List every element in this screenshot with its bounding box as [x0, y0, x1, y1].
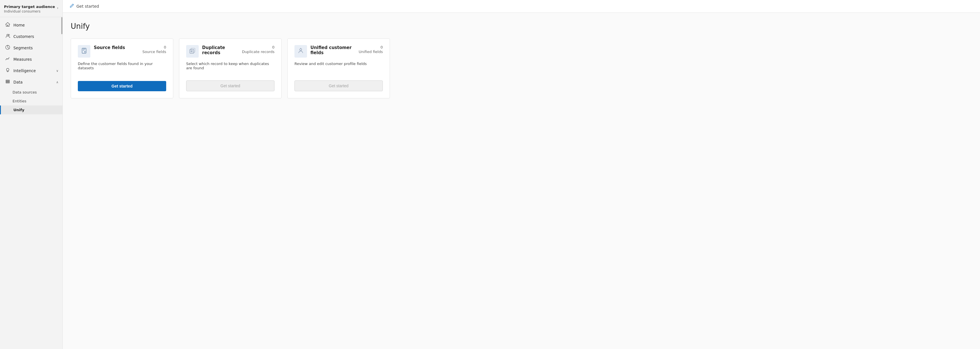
source-fields-get-started-button[interactable]: Get started [78, 81, 166, 91]
unified-customer-fields-get-started-button[interactable]: Get started [294, 80, 383, 91]
main-content: Get started Unify [63, 0, 980, 349]
card-unified-customer-fields: Unified customer fields 0 Unified fields… [287, 38, 390, 98]
sidebar: Primary target audience Individual consu… [0, 0, 63, 349]
sidebar-subitem-data-sources[interactable]: Data sources [0, 88, 62, 97]
sidebar-subitem-unify[interactable]: Unify [0, 105, 62, 114]
sidebar-item-segments-label: Segments [13, 46, 59, 50]
intelligence-chevron-icon: ∨ [56, 69, 59, 73]
duplicate-records-get-started-button[interactable]: Get started [186, 80, 275, 91]
sidebar-item-segments[interactable]: Segments [0, 42, 62, 54]
segments-icon [5, 45, 11, 51]
intelligence-icon [5, 68, 11, 74]
sidebar-item-customers-label: Customers [13, 34, 59, 39]
unified-customer-fields-icon [297, 47, 304, 56]
sidebar-item-data[interactable]: Data ∧ [0, 76, 62, 88]
card-duplicate-records-count-area: 0 Duplicate records [242, 45, 275, 54]
card-duplicate-records-title: Duplicate records [202, 45, 242, 55]
sidebar-item-home-label: Home [13, 23, 59, 27]
card-source-fields-description: Define the customer fields found in your… [78, 62, 166, 76]
sidebar-item-measures[interactable]: Measures [0, 54, 62, 65]
card-unified-customer-fields-title: Unified customer fields [310, 45, 359, 55]
card-source-fields-title: Source fields [94, 45, 142, 50]
card-unified-customer-fields-header: Unified customer fields 0 Unified fields [294, 45, 383, 57]
source-fields-icon-wrap [78, 45, 91, 57]
card-unified-customer-fields-footer: Get started [294, 80, 383, 91]
top-bar-label: Get started [76, 4, 99, 8]
svg-rect-7 [6, 83, 10, 83]
card-duplicate-records-title-area: Duplicate records [202, 45, 242, 55]
measures-icon [5, 56, 11, 62]
card-duplicate-records-description: Select which record to keep when duplica… [186, 62, 275, 76]
sidebar-item-measures-label: Measures [13, 57, 59, 62]
card-unified-customer-fields-count: 0 [359, 45, 383, 49]
cards-row: Source fields 0 Source fields Define the… [71, 38, 972, 98]
sidebar-subitem-entities[interactable]: Entities [0, 97, 62, 105]
card-source-fields-count-label: Source fields [142, 49, 166, 54]
data-icon [5, 79, 11, 85]
card-source-fields-count: 0 [142, 45, 166, 49]
card-source-fields: Source fields 0 Source fields Define the… [71, 38, 173, 98]
svg-point-12 [300, 48, 302, 51]
duplicate-records-icon-wrap [186, 45, 199, 57]
card-source-fields-header: Source fields 0 Source fields [78, 45, 166, 57]
card-unified-customer-fields-title-area: Unified customer fields [310, 45, 359, 55]
sidebar-subitem-data-sources-label: Data sources [13, 90, 37, 94]
card-duplicate-records-count: 0 [242, 45, 275, 49]
sidebar-item-home[interactable]: Home [0, 19, 62, 31]
sidebar-header-title: Primary target audience [4, 5, 59, 9]
svg-rect-8 [190, 49, 194, 53]
home-icon [5, 22, 11, 28]
card-source-fields-footer: Get started [78, 81, 166, 91]
sidebar-item-intelligence[interactable]: Intelligence ∨ [0, 65, 62, 76]
content-area: Unify Source field [63, 13, 980, 349]
card-duplicate-records-count-label: Duplicate records [242, 49, 275, 54]
unified-customer-fields-icon-wrap [294, 45, 307, 57]
sidebar-subitem-unify-label: Unify [13, 108, 24, 112]
sidebar-item-data-label: Data [13, 80, 56, 84]
card-source-fields-count-area: 0 Source fields [142, 45, 166, 54]
sidebar-subitem-entities-label: Entities [13, 99, 27, 103]
page-title: Unify [71, 22, 972, 30]
sidebar-header-subtitle: Individual consumers [4, 10, 59, 13]
duplicate-records-icon [189, 47, 196, 56]
sidebar-header[interactable]: Primary target audience Individual consu… [0, 0, 62, 17]
source-fields-icon [81, 47, 88, 56]
svg-rect-5 [6, 80, 10, 81]
card-source-fields-title-area: Source fields [94, 45, 142, 50]
customers-icon [5, 33, 11, 40]
svg-rect-6 [6, 81, 10, 82]
data-chevron-icon: ∧ [56, 80, 59, 84]
edit-icon [70, 3, 74, 9]
card-unified-customer-fields-count-label: Unified fields [359, 49, 383, 54]
sidebar-nav: Home Customers Segments [0, 17, 62, 349]
sidebar-item-intelligence-label: Intelligence [13, 69, 56, 73]
card-duplicate-records-footer: Get started [186, 80, 275, 91]
top-bar: Get started [63, 0, 980, 13]
svg-point-3 [6, 69, 9, 71]
card-unified-customer-fields-count-area: 0 Unified fields [359, 45, 383, 54]
sidebar-chevron-icon: › [57, 6, 59, 10]
card-unified-customer-fields-description: Review and edit customer profile fields [294, 62, 383, 76]
card-duplicate-records: Duplicate records 0 Duplicate records Se… [179, 38, 282, 98]
card-duplicate-records-header: Duplicate records 0 Duplicate records [186, 45, 275, 57]
sidebar-item-customers[interactable]: Customers [0, 31, 62, 42]
